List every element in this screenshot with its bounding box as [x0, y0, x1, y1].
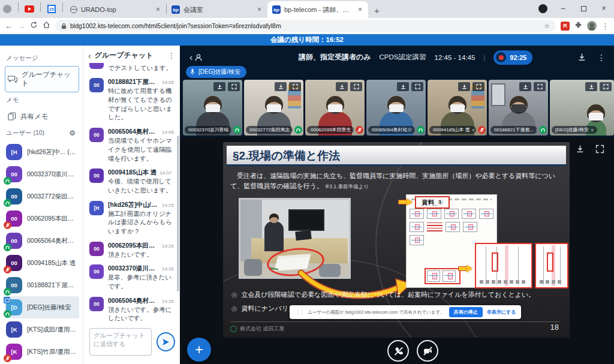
send-message-button[interactable] — [156, 332, 175, 351]
avatar-initials: [K — [11, 326, 17, 333]
chat-scrollbar[interactable] — [177, 136, 179, 291]
tab-urado-top[interactable]: URADO-top × — [65, 1, 166, 18]
photo-person — [264, 221, 284, 251]
users-list-toggle[interactable]: ‹ — [189, 52, 203, 63]
user-list-item[interactable]: 00 00065064奥村祐介 — [5, 230, 79, 252]
user-list-item[interactable]: [K [KTS]成田/運用支援 — [5, 318, 79, 341]
new-tab-button[interactable]: + — [368, 5, 386, 18]
youtube-tab-icon[interactable] — [25, 4, 34, 14]
options-menu-icon[interactable]: ⋮ — [597, 53, 606, 62]
close-tab-icon[interactable]: × — [155, 5, 161, 14]
audio-toggle-button[interactable] — [387, 340, 409, 362]
home-icon[interactable] — [43, 21, 50, 31]
video-download-button[interactable] — [213, 82, 225, 91]
chat-menu-icon[interactable]: ⋮ — [168, 52, 175, 60]
tab-kaigishitsu[interactable]: bp 会議室 × — [167, 1, 267, 18]
address-bar[interactable]: bldg1002.kts-telecom.com/html5client/joi… — [55, 20, 556, 32]
stop-sharing-button[interactable]: 共有の停止 — [449, 307, 483, 317]
video-name-label[interactable]: 00188821下屋敷...∨ — [490, 126, 537, 134]
user-list-item[interactable]: [K [KTS]竹原/運用支援 — [5, 341, 79, 363]
chevron-left-icon[interactable]: ‹ — [88, 51, 91, 61]
video-download-button[interactable] — [519, 82, 531, 91]
user-list-item[interactable]: 00 00032370湯川善晴 — [5, 163, 79, 185]
chat-header: ‹ グループチャット ⋮ — [83, 46, 180, 63]
chat-message-list[interactable]: 自分もイヤホンマイクでテストしています。 00 00188821下屋敷 ...1… — [83, 63, 180, 323]
video-fullscreen-button[interactable] — [600, 82, 612, 91]
video-download-button[interactable] — [458, 82, 470, 91]
red-annotation-text — [427, 222, 443, 232]
user-list-item-self[interactable]: [H [hkd26苫]中... (自分) — [5, 141, 79, 163]
chat-message: 00 00094185山本 透14:07今後、現場で使用していきたいと思います。 — [89, 169, 174, 194]
user-list-item[interactable]: 00 00188821下屋敷 貴佳 — [5, 274, 79, 296]
video-thumbnail[interactable]: 00188821下屋敷...∨ — [489, 80, 548, 136]
avatar: [K — [6, 344, 22, 360]
video-name-label[interactable]: 00094185山本 透∨ — [429, 126, 476, 134]
avatar: 00 — [6, 166, 22, 182]
video-thumbnail[interactable]: 00062095本田幸生∨ — [305, 80, 365, 136]
video-name-label[interactable]: 00062095本田幸生∨ — [307, 126, 354, 134]
video-fullscreen-button[interactable] — [534, 82, 546, 91]
video-thumbnail[interactable]: 00065064奥村祐介∨ — [366, 80, 426, 136]
chrome-profile-icon[interactable] — [532, 0, 553, 17]
talking-indicator[interactable]: [DEG]佐藤/検安 — [186, 66, 246, 78]
profile-avatar[interactable] — [587, 21, 597, 31]
forward-icon[interactable]: → — [17, 22, 25, 31]
slide-footer-divider — [230, 321, 560, 322]
user-name: 00065064奥村祐介 — [27, 237, 79, 245]
user-list-item[interactable]: 00 00062095本田幸生 — [5, 207, 79, 230]
close-tab-icon[interactable]: × — [256, 5, 263, 14]
notes-section-label: メモ — [6, 96, 79, 104]
hide-notification-button[interactable]: 非表示にする — [487, 309, 516, 315]
user-list-item-selected[interactable]: [D [DEG]佐藤/検安 — [5, 296, 79, 318]
video-name-label[interactable]: 00065064奥村祐介∨ — [368, 126, 415, 134]
actions-plus-button[interactable]: + — [187, 338, 211, 362]
video-fullscreen-button[interactable] — [289, 82, 301, 91]
chrome-menu-icon[interactable]: ⋮ — [601, 22, 609, 31]
shared-notes-icon — [8, 112, 16, 121]
video-name-label[interactable]: 00032370湯川善晴∨ — [185, 126, 231, 134]
tab-bp-telecom-active[interactable]: bp bp-telecom - 講師、指定受講者の × — [267, 1, 368, 18]
video-download-button[interactable] — [336, 82, 348, 91]
gray-favicon-icon — [3, 5, 11, 13]
reload-icon[interactable] — [30, 21, 38, 31]
user-list-item[interactable]: 00 00094185山本 透 — [5, 252, 79, 274]
video-fullscreen-button[interactable] — [350, 82, 362, 91]
download-icon[interactable] — [576, 145, 585, 154]
video-download-button[interactable] — [585, 82, 597, 91]
gear-icon[interactable]: ⚙ — [69, 129, 76, 137]
audio-status-badge — [356, 126, 363, 134]
video-name-label[interactable]: [DEG]佐藤/検安∨ — [552, 126, 597, 134]
video-fullscreen-button[interactable] — [228, 82, 240, 91]
close-tab-icon[interactable]: × — [357, 5, 363, 14]
back-icon[interactable]: ← — [5, 22, 13, 31]
message-text: 頂きたいです。参考にしたいです。 — [108, 305, 174, 323]
download-icon[interactable] — [577, 53, 586, 62]
close-window-button[interactable]: × — [594, 0, 614, 17]
video-fullscreen-button[interactable] — [411, 82, 423, 91]
video-fullscreen-button[interactable] — [472, 82, 484, 91]
webcam-toggle-button[interactable] — [417, 340, 438, 362]
chat-input[interactable] — [89, 328, 152, 356]
drawing-glyph — [446, 222, 460, 232]
video-thumbnail[interactable]: 00032772柴田篤志∨ — [244, 80, 303, 136]
user-list-item[interactable]: 00 00032772柴田篤志 — [5, 185, 79, 207]
video-download-button[interactable] — [397, 82, 409, 91]
sidebar-item-shared-notes[interactable]: 共有メモ — [5, 108, 79, 125]
sidebar-item-group-chat[interactable]: グループチャット — [5, 66, 79, 92]
video-thumbnail[interactable]: [DEG]佐藤/検安∨ — [550, 80, 614, 136]
video-thumbnail[interactable]: 00094185山本 透∨ — [428, 80, 487, 136]
maximize-button[interactable] — [573, 0, 594, 17]
calendar-tab-icon[interactable]: 25 — [47, 4, 56, 14]
video-name-label[interactable]: 00032772柴田篤志∨ — [246, 126, 293, 134]
video-download-button[interactable] — [275, 82, 287, 91]
pinned-tab-icon[interactable] — [2, 4, 12, 14]
chat-message: 00 00032370湯川善晴14:26是非、参考に頂きたいです。 — [89, 264, 174, 290]
extension-icon[interactable]: R — [561, 22, 570, 31]
avatar: 00 — [89, 78, 104, 92]
recording-indicator[interactable]: 92:25 — [493, 50, 532, 65]
extensions-puzzle-icon[interactable] — [574, 20, 582, 31]
video-thumbnail[interactable]: 00032370湯川善晴∨ — [183, 80, 242, 136]
fullscreen-icon[interactable] — [595, 145, 604, 154]
minimize-button[interactable]: – — [553, 0, 573, 17]
bookmark-star-icon[interactable]: ☆ — [544, 22, 550, 30]
